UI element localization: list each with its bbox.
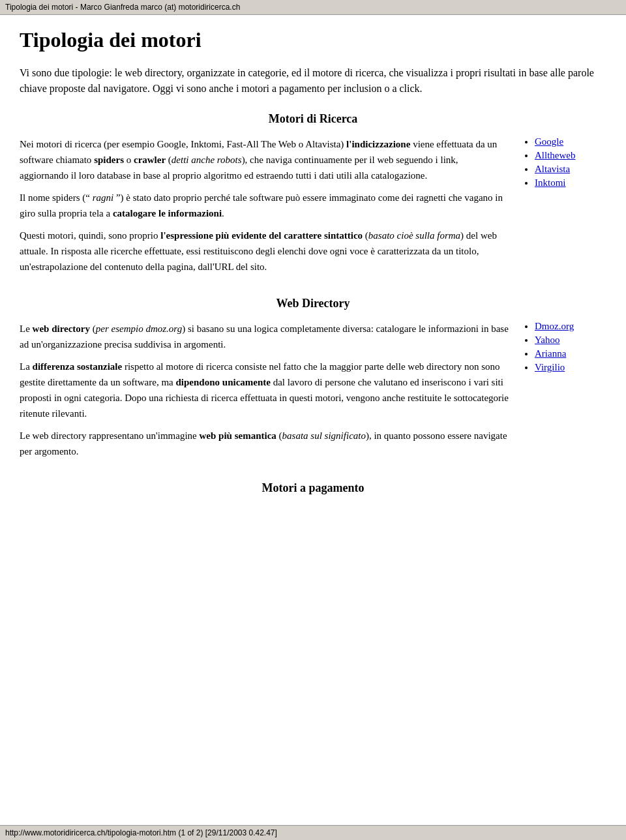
section2-link-list: Dmoz.org Yahoo Arianna Virgilio [522,321,606,373]
list-item: Yahoo [535,335,606,346]
list-item: Google [535,136,606,147]
arianna-link[interactable]: Arianna [535,348,566,359]
section1-content: Nei motori di ricerca (per esempio Googl… [20,136,606,281]
section2-para2: La differenza sostanziale rispetto al mo… [20,359,509,421]
section2-para3: Le web directory rappresentano un'immagi… [20,428,509,459]
alltheweb-link[interactable]: Alltheweb [535,150,575,160]
section2-heading: Web Directory [20,297,606,310]
dmoz-link[interactable]: Dmoz.org [535,321,574,331]
inktomi-link[interactable]: Inktomi [535,177,566,188]
section1-para2: Il nome spiders (“ ragni ”) è stato dato… [20,190,509,221]
list-item: Inktomi [535,177,606,188]
list-item: Arianna [535,348,606,359]
list-item: Virgilio [535,362,606,373]
section1-link-list: Google Alltheweb Altavista Inktomi [522,136,606,188]
yahoo-link[interactable]: Yahoo [535,335,560,345]
intro-paragraph: Vi sono due tipologie: le web directory,… [20,65,606,97]
section2-links: Dmoz.org Yahoo Arianna Virgilio [522,321,606,376]
section2-content: Le web directory (per esempio dmoz.org) … [20,321,606,466]
altavista-link[interactable]: Altavista [535,164,570,174]
virgilio-link[interactable]: Virgilio [535,362,565,372]
page-title: Tipologia dei motori [20,28,606,52]
browser-title-bar: Tipologia dei motori - Marco Gianfreda m… [0,0,626,15]
browser-title: Tipologia dei motori - Marco Gianfreda m… [5,3,240,12]
section2-main: Le web directory (per esempio dmoz.org) … [20,321,509,466]
google-link[interactable]: Google [535,136,563,147]
section1-links: Google Alltheweb Altavista Inktomi [522,136,606,191]
section2-para1: Le web directory (per esempio dmoz.org) … [20,321,509,352]
list-item: Altavista [535,164,606,175]
section1-para3: Questi motori, quindi, sono proprio l'es… [20,228,509,275]
list-item: Alltheweb [535,150,606,161]
section3-heading: Motori a pagamento [20,481,606,495]
section1-main: Nei motori di ricerca (per esempio Googl… [20,136,509,281]
section1-para1: Nei motori di ricerca (per esempio Googl… [20,136,509,183]
section1-heading: Motori di Ricerca [20,112,606,126]
list-item: Dmoz.org [535,321,606,332]
